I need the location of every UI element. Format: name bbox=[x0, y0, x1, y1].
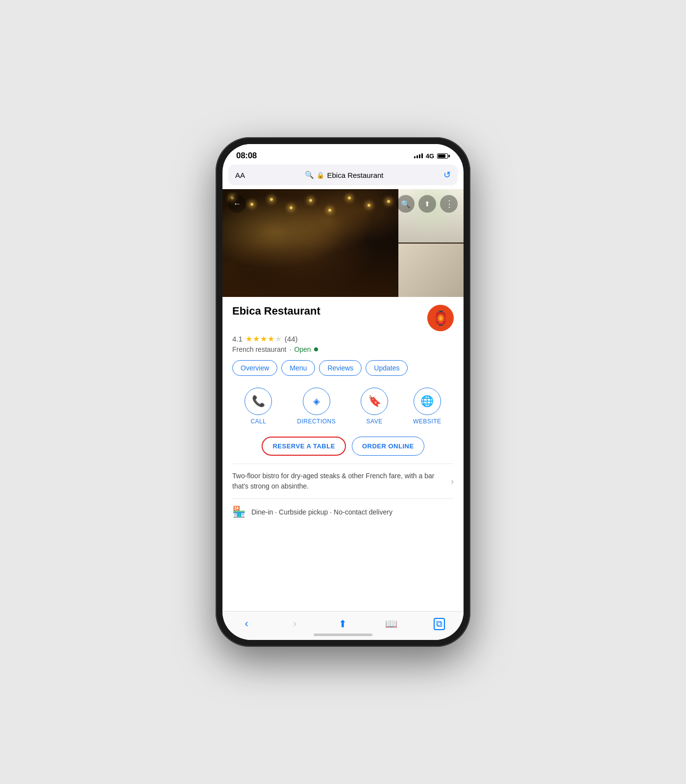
reload-button[interactable]: ↺ bbox=[443, 170, 451, 180]
photo-overlay-buttons: ← 🔍 ⬆ ⋮ bbox=[228, 195, 458, 213]
star-rating: ★ ★ ★ ★ ★ bbox=[245, 334, 282, 343]
browser-url-bar[interactable]: 🔍 🔒 Ebica Restaurant bbox=[305, 171, 383, 179]
side-photo-bottom bbox=[398, 244, 464, 297]
tab-updates[interactable]: Updates bbox=[366, 360, 408, 376]
restaurant-header: Ebica Restaurant 🏮 bbox=[232, 305, 454, 331]
directions-circle[interactable]: ◈ bbox=[303, 388, 330, 415]
star-5: ★ bbox=[275, 334, 282, 343]
open-status: Open bbox=[294, 345, 311, 353]
restaurant-name: Ebica Restaurant bbox=[232, 305, 320, 318]
home-indicator bbox=[314, 634, 372, 636]
nav-forward-button[interactable]: › bbox=[284, 617, 306, 630]
website-circle[interactable]: 🌐 bbox=[414, 388, 441, 415]
tab-overview[interactable]: Overview bbox=[232, 360, 277, 376]
photo-share-button[interactable]: ⬆ bbox=[418, 195, 436, 213]
category-text: French restaurant bbox=[232, 345, 287, 353]
nav-tabs-button[interactable]: ⧉ bbox=[429, 618, 450, 630]
directions-icon: ◈ bbox=[313, 396, 320, 407]
nav-share-button[interactable]: ⬆ bbox=[332, 618, 354, 630]
star-3: ★ bbox=[260, 334, 267, 343]
url-text: Ebica Restaurant bbox=[327, 171, 383, 179]
nav-bookmarks-button[interactable]: 📖 bbox=[380, 618, 402, 630]
website-icon: 🌐 bbox=[420, 395, 434, 408]
cta-buttons-row: RESERVE A TABLE ORDER ONLINE bbox=[232, 437, 454, 456]
directions-label: DIRECTIONS bbox=[297, 418, 336, 425]
star-1: ★ bbox=[245, 334, 252, 343]
tabs-row: Overview Menu Reviews Updates bbox=[232, 360, 454, 376]
rating-number: 4.1 bbox=[232, 335, 243, 343]
call-label: CALL bbox=[250, 418, 266, 425]
back-arrow-icon: ← bbox=[233, 199, 241, 208]
restaurant-photos: ← 🔍 ⬆ ⋮ bbox=[222, 189, 464, 297]
review-count: (44) bbox=[285, 335, 298, 343]
action-website[interactable]: 🌐 WEBSITE bbox=[413, 388, 441, 425]
status-time: 08:08 bbox=[236, 151, 257, 161]
nav-tabs-icon: ⧉ bbox=[434, 618, 445, 630]
nav-share-icon: ⬆ bbox=[339, 618, 347, 630]
battery-icon bbox=[437, 153, 450, 159]
category-row: French restaurant · Open bbox=[232, 345, 454, 353]
photo-share-icon: ⬆ bbox=[424, 200, 430, 208]
save-circle[interactable]: 🔖 bbox=[361, 388, 388, 415]
nav-bookmarks-icon: 📖 bbox=[385, 618, 397, 630]
photo-more-button[interactable]: ⋮ bbox=[440, 195, 458, 213]
nav-back-button[interactable]: ‹ bbox=[236, 617, 257, 630]
actions-row: 📞 CALL ◈ DIRECTIONS 🔖 SAVE bbox=[232, 384, 454, 429]
tab-menu[interactable]: Menu bbox=[281, 360, 315, 376]
status-bar: 08:08 4G bbox=[222, 144, 464, 165]
phone-frame: 08:08 4G AA 🔍 bbox=[216, 137, 470, 647]
lock-icon: 🔒 bbox=[317, 172, 324, 179]
browser-aa[interactable]: AA bbox=[235, 171, 245, 179]
description-row[interactable]: Two-floor bistro for dry-aged steaks & o… bbox=[232, 464, 454, 498]
restaurant-info: Ebica Restaurant bbox=[232, 305, 320, 318]
service-text: Dine-in · Curbside pickup · No-contact d… bbox=[251, 508, 392, 516]
photo-search-button[interactable]: 🔍 bbox=[397, 195, 415, 213]
logo-face-icon: 🏮 bbox=[432, 310, 449, 326]
chevron-right-icon: › bbox=[451, 476, 454, 487]
call-circle[interactable]: 📞 bbox=[245, 388, 272, 415]
open-dot-icon bbox=[314, 347, 318, 351]
order-online-button[interactable]: ORDER ONLINE bbox=[352, 437, 424, 456]
call-icon: 📞 bbox=[252, 395, 265, 408]
save-icon: 🔖 bbox=[368, 395, 381, 408]
action-save[interactable]: 🔖 SAVE bbox=[361, 388, 388, 425]
star-2: ★ bbox=[253, 334, 260, 343]
status-icons: 4G bbox=[414, 152, 450, 160]
nav-back-icon: ‹ bbox=[245, 617, 248, 630]
tab-reviews[interactable]: Reviews bbox=[319, 360, 362, 376]
signal-icon bbox=[414, 153, 423, 158]
phone-screen: 08:08 4G AA 🔍 bbox=[222, 144, 464, 640]
action-directions[interactable]: ◈ DIRECTIONS bbox=[297, 388, 336, 425]
website-label: WEBSITE bbox=[413, 418, 441, 425]
network-type: 4G bbox=[426, 152, 434, 160]
search-icon: 🔍 bbox=[305, 171, 314, 179]
photo-search-icon: 🔍 bbox=[401, 199, 411, 209]
nav-forward-icon: › bbox=[293, 617, 296, 630]
service-row: 🏪 Dine-in · Curbside pickup · No-contact… bbox=[232, 498, 454, 525]
service-icon: 🏪 bbox=[232, 506, 245, 518]
reserve-table-button[interactable]: RESERVE A TABLE bbox=[262, 437, 345, 456]
browser-bar[interactable]: AA 🔍 🔒 Ebica Restaurant ↺ bbox=[228, 165, 458, 185]
rating-row: 4.1 ★ ★ ★ ★ ★ (44) bbox=[232, 334, 454, 343]
back-button[interactable]: ← bbox=[228, 195, 246, 213]
photo-right-buttons: 🔍 ⬆ ⋮ bbox=[397, 195, 458, 213]
description-text: Two-floor bistro for dry-aged steaks & o… bbox=[232, 471, 447, 491]
save-label: SAVE bbox=[367, 418, 383, 425]
content-section: Ebica Restaurant 🏮 4.1 ★ ★ ★ ★ ★ (44) bbox=[222, 297, 464, 611]
star-4: ★ bbox=[268, 334, 274, 343]
action-call[interactable]: 📞 CALL bbox=[245, 388, 272, 425]
photo-more-icon: ⋮ bbox=[445, 198, 453, 209]
restaurant-logo[interactable]: 🏮 bbox=[427, 305, 454, 331]
